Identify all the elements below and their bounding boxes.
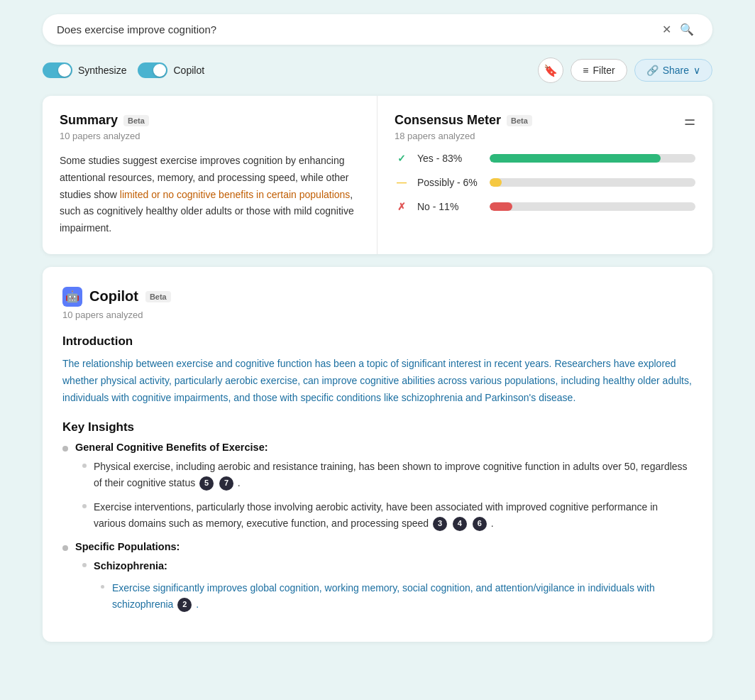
search-input[interactable] bbox=[57, 23, 658, 35]
insights-list: General Cognitive Benefits of Exercise: … bbox=[62, 442, 693, 612]
copilot-toggle-item: Copilot bbox=[138, 62, 204, 78]
filter-button[interactable]: ≡ Filter bbox=[571, 59, 627, 82]
possibly-icon: — bbox=[395, 177, 409, 188]
consensus-possibly-row: — Possibly - 6% bbox=[395, 177, 695, 188]
yes-bar-bg bbox=[490, 154, 695, 163]
no-icon: ✗ bbox=[395, 201, 409, 212]
consensus-panel: Consensus Meter Beta 18 papers analyzed … bbox=[378, 96, 712, 254]
copilot-section: 🤖 Copilot Beta 10 papers analyzed Introd… bbox=[43, 267, 712, 642]
possibly-bar-fill bbox=[490, 178, 502, 187]
consensus-papers-count: 18 papers analyzed bbox=[395, 131, 532, 141]
bookmark-button[interactable]: 🔖 bbox=[538, 58, 563, 83]
schizophrenia-sub: Exercise significantly improves global c… bbox=[101, 580, 693, 612]
schizophrenia-title: Schizophrenia: bbox=[94, 560, 167, 572]
synthesize-toggle-item: Synthesize bbox=[43, 62, 126, 78]
key-insights-title: Key Insights bbox=[62, 420, 693, 434]
consensus-title: Consensus Meter bbox=[395, 113, 501, 128]
summary-beta-badge: Beta bbox=[123, 115, 149, 126]
cite-3[interactable]: 3 bbox=[433, 517, 447, 531]
consensus-filter-button[interactable]: ⚌ bbox=[684, 113, 695, 128]
intro-text: The relationship between exercise and co… bbox=[62, 356, 693, 406]
toggle-group: Synthesize Copilot bbox=[43, 62, 204, 78]
copilot-papers-count: 10 papers analyzed bbox=[62, 310, 693, 320]
copilot-title: Copilot bbox=[89, 288, 138, 305]
consensus-title-group: Consensus Meter Beta 18 papers analyzed bbox=[395, 113, 532, 153]
share-link-icon: 🔗 bbox=[646, 65, 658, 76]
insight-specific-populations: Specific Populations: Schizophrenia: Exe… bbox=[62, 541, 693, 612]
consensus-beta-badge: Beta bbox=[507, 115, 532, 126]
filter-label: Filter bbox=[593, 65, 615, 76]
search-bar: ✕ 🔍 bbox=[43, 14, 712, 45]
filter-icon: ≡ bbox=[583, 65, 588, 76]
cite-4[interactable]: 4 bbox=[453, 517, 467, 531]
consensus-yes-row: ✓ Yes - 83% bbox=[395, 153, 695, 164]
copilot-toggle[interactable] bbox=[138, 62, 167, 78]
consensus-header: Consensus Meter Beta 18 papers analyzed … bbox=[395, 113, 695, 153]
summary-consensus-container: Summary Beta 10 papers analyzed Some stu… bbox=[43, 96, 712, 254]
cite-6[interactable]: 6 bbox=[473, 517, 487, 531]
no-label: No - 11% bbox=[417, 201, 481, 212]
copilot-header: 🤖 Copilot Beta bbox=[62, 287, 693, 307]
yes-bar-fill bbox=[490, 154, 661, 163]
share-chevron-icon: ∨ bbox=[693, 65, 700, 76]
copilot-label: Copilot bbox=[173, 65, 204, 76]
summary-title-row: Summary Beta bbox=[60, 113, 360, 128]
yes-icon: ✓ bbox=[395, 153, 409, 164]
cite-7[interactable]: 7 bbox=[219, 476, 233, 491]
copilot-beta-badge: Beta bbox=[145, 291, 171, 302]
clear-search-button[interactable]: ✕ bbox=[658, 23, 676, 36]
cite-2[interactable]: 2 bbox=[177, 598, 192, 612]
insight-general-sub-1: Physical exercise, including aerobic and… bbox=[82, 459, 693, 491]
summary-papers-count: 10 papers analyzed bbox=[60, 131, 360, 141]
search-button[interactable]: 🔍 bbox=[676, 23, 698, 36]
cite-5[interactable]: 5 bbox=[199, 476, 214, 491]
intro-section-title: Introduction bbox=[62, 334, 693, 349]
synthesize-toggle[interactable] bbox=[43, 62, 72, 78]
possibly-bar-bg bbox=[490, 178, 695, 187]
insight-general-title: General Cognitive Benefits of Exercise: bbox=[75, 442, 268, 453]
yes-label: Yes - 83% bbox=[417, 153, 481, 164]
no-bar-fill bbox=[490, 202, 512, 211]
possibly-label: Possibly - 6% bbox=[417, 177, 481, 188]
consensus-no-row: ✗ No - 11% bbox=[395, 201, 695, 212]
toolbar: Synthesize Copilot 🔖 ≡ Filter 🔗 Share ∨ bbox=[43, 58, 712, 83]
insight-general-sub-2: Exercise interventions, particularly tho… bbox=[82, 499, 693, 531]
summary-text: Some studies suggest exercise improves c… bbox=[60, 153, 360, 237]
share-button[interactable]: 🔗 Share ∨ bbox=[634, 59, 712, 82]
schizophrenia-detail: Exercise significantly improves global c… bbox=[101, 580, 693, 612]
insight-general: General Cognitive Benefits of Exercise: … bbox=[62, 442, 693, 531]
copilot-icon: 🤖 bbox=[62, 287, 82, 307]
no-bar-bg bbox=[490, 202, 695, 211]
summary-title: Summary bbox=[60, 113, 118, 128]
share-label: Share bbox=[663, 65, 689, 76]
insight-specific-sub: Schizophrenia: Exercise significantly im… bbox=[82, 558, 693, 612]
insight-general-sub: Physical exercise, including aerobic and… bbox=[82, 459, 693, 531]
toolbar-right: 🔖 ≡ Filter 🔗 Share ∨ bbox=[538, 58, 712, 83]
consensus-title-row: Consensus Meter Beta bbox=[395, 113, 532, 128]
insight-schizophrenia: Schizophrenia: Exercise significantly im… bbox=[82, 558, 693, 612]
synthesize-label: Synthesize bbox=[78, 65, 126, 76]
summary-panel: Summary Beta 10 papers analyzed Some stu… bbox=[43, 96, 378, 254]
insight-specific-title: Specific Populations: bbox=[75, 541, 180, 552]
